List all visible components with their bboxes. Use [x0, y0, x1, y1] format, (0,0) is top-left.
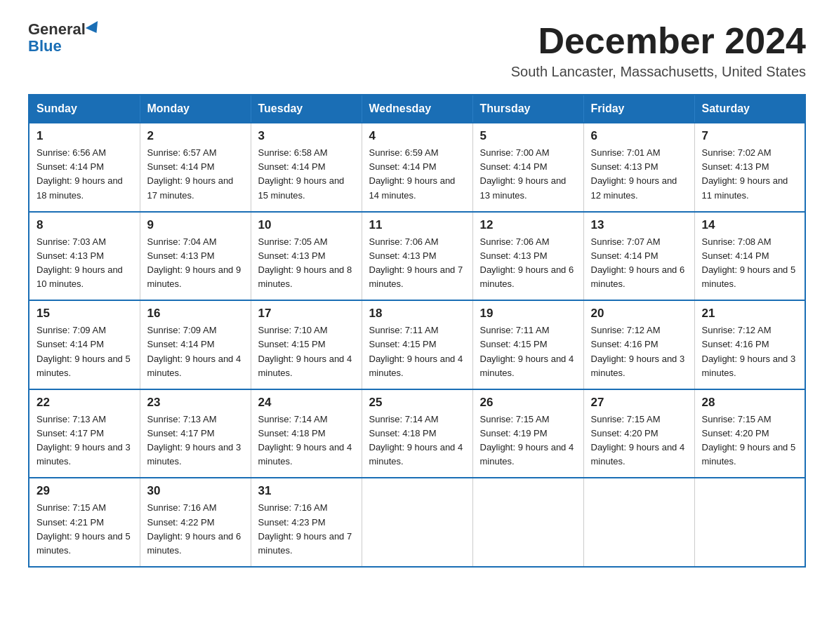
calendar-day: 18Sunrise: 7:11 AMSunset: 4:15 PMDayligh…: [362, 300, 472, 389]
calendar-day: 9Sunrise: 7:04 AMSunset: 4:13 PMDaylight…: [140, 212, 251, 301]
calendar-day: [694, 478, 805, 567]
day-info: Sunrise: 7:12 AMSunset: 4:16 PMDaylight:…: [591, 325, 685, 377]
calendar-day: 19Sunrise: 7:11 AMSunset: 4:15 PMDayligh…: [472, 300, 583, 389]
calendar-day: 3Sunrise: 6:58 AMSunset: 4:14 PMDaylight…: [251, 123, 362, 212]
day-number: 1: [37, 129, 133, 143]
calendar-day: 24Sunrise: 7:14 AMSunset: 4:18 PMDayligh…: [251, 389, 362, 478]
calendar-day: [362, 478, 472, 567]
logo: General Blue: [28, 21, 101, 55]
calendar-day: 15Sunrise: 7:09 AMSunset: 4:14 PMDayligh…: [29, 300, 140, 389]
calendar-day: 4Sunrise: 6:59 AMSunset: 4:14 PMDaylight…: [362, 123, 472, 212]
day-info: Sunrise: 7:02 AMSunset: 4:13 PMDaylight:…: [702, 147, 788, 200]
day-number: 25: [369, 396, 465, 410]
day-info: Sunrise: 7:09 AMSunset: 4:14 PMDaylight:…: [147, 325, 241, 377]
day-number: 13: [591, 218, 687, 232]
calendar-week-5: 29Sunrise: 7:15 AMSunset: 4:21 PMDayligh…: [29, 478, 805, 567]
day-number: 22: [37, 396, 133, 410]
day-number: 8: [37, 218, 133, 232]
calendar-week-2: 8Sunrise: 7:03 AMSunset: 4:13 PMDaylight…: [29, 212, 805, 301]
day-number: 4: [369, 129, 465, 143]
logo-general-text: General: [28, 20, 86, 38]
calendar-day: 26Sunrise: 7:15 AMSunset: 4:19 PMDayligh…: [472, 389, 583, 478]
calendar-day: 21Sunrise: 7:12 AMSunset: 4:16 PMDayligh…: [694, 300, 805, 389]
header-cell-friday: Friday: [583, 95, 694, 123]
day-info: Sunrise: 7:15 AMSunset: 4:20 PMDaylight:…: [591, 414, 685, 467]
day-number: 27: [591, 396, 687, 410]
page-header: General Blue December 2024 South Lancast…: [28, 21, 806, 80]
calendar-day: 5Sunrise: 7:00 AMSunset: 4:14 PMDaylight…: [472, 123, 583, 212]
day-info: Sunrise: 7:15 AMSunset: 4:21 PMDaylight:…: [37, 502, 131, 555]
day-number: 30: [147, 484, 244, 498]
day-number: 18: [369, 307, 465, 321]
header-cell-thursday: Thursday: [472, 95, 583, 123]
day-info: Sunrise: 7:16 AMSunset: 4:23 PMDaylight:…: [258, 502, 352, 555]
day-number: 14: [702, 218, 798, 232]
calendar-day: 12Sunrise: 7:06 AMSunset: 4:13 PMDayligh…: [472, 212, 583, 301]
day-info: Sunrise: 7:00 AMSunset: 4:14 PMDaylight:…: [480, 147, 567, 200]
calendar-week-3: 15Sunrise: 7:09 AMSunset: 4:14 PMDayligh…: [29, 300, 805, 389]
day-info: Sunrise: 7:14 AMSunset: 4:18 PMDaylight:…: [258, 414, 352, 467]
day-number: 31: [258, 484, 355, 498]
calendar-header: SundayMondayTuesdayWednesdayThursdayFrid…: [29, 95, 805, 123]
header-cell-wednesday: Wednesday: [362, 95, 472, 123]
day-info: Sunrise: 7:13 AMSunset: 4:17 PMDaylight:…: [147, 414, 241, 467]
title-block: December 2024 South Lancaster, Massachus…: [511, 21, 806, 80]
day-info: Sunrise: 7:13 AMSunset: 4:17 PMDaylight:…: [37, 414, 131, 467]
calendar-day: 31Sunrise: 7:16 AMSunset: 4:23 PMDayligh…: [251, 478, 362, 567]
day-number: 26: [480, 396, 576, 410]
day-info: Sunrise: 7:07 AMSunset: 4:14 PMDaylight:…: [591, 236, 685, 289]
day-info: Sunrise: 6:59 AMSunset: 4:14 PMDaylight:…: [369, 147, 456, 200]
day-number: 6: [591, 129, 687, 143]
calendar-day: 22Sunrise: 7:13 AMSunset: 4:17 PMDayligh…: [29, 389, 140, 478]
day-number: 11: [369, 218, 465, 232]
calendar-body: 1Sunrise: 6:56 AMSunset: 4:14 PMDaylight…: [29, 123, 805, 567]
calendar-day: 8Sunrise: 7:03 AMSunset: 4:13 PMDaylight…: [29, 212, 140, 301]
header-cell-monday: Monday: [140, 95, 251, 123]
day-number: 12: [480, 218, 576, 232]
day-number: 29: [37, 484, 133, 498]
day-info: Sunrise: 7:14 AMSunset: 4:18 PMDaylight:…: [369, 414, 463, 467]
calendar-week-1: 1Sunrise: 6:56 AMSunset: 4:14 PMDaylight…: [29, 123, 805, 212]
logo-triangle-icon: [86, 21, 102, 36]
location-text: South Lancaster, Massachusetts, United S…: [511, 64, 806, 80]
header-cell-tuesday: Tuesday: [251, 95, 362, 123]
calendar-day: 10Sunrise: 7:05 AMSunset: 4:13 PMDayligh…: [251, 212, 362, 301]
calendar-day: 11Sunrise: 7:06 AMSunset: 4:13 PMDayligh…: [362, 212, 472, 301]
calendar-day: 28Sunrise: 7:15 AMSunset: 4:20 PMDayligh…: [694, 389, 805, 478]
calendar-table: SundayMondayTuesdayWednesdayThursdayFrid…: [28, 94, 806, 568]
day-number: 3: [258, 129, 355, 143]
day-number: 7: [702, 129, 798, 143]
day-number: 2: [147, 129, 244, 143]
calendar-day: 29Sunrise: 7:15 AMSunset: 4:21 PMDayligh…: [29, 478, 140, 567]
day-info: Sunrise: 7:01 AMSunset: 4:13 PMDaylight:…: [591, 147, 677, 200]
calendar-day: 25Sunrise: 7:14 AMSunset: 4:18 PMDayligh…: [362, 389, 472, 478]
day-info: Sunrise: 7:08 AMSunset: 4:14 PMDaylight:…: [702, 236, 796, 289]
calendar-day: 1Sunrise: 6:56 AMSunset: 4:14 PMDaylight…: [29, 123, 140, 212]
day-info: Sunrise: 6:57 AMSunset: 4:14 PMDaylight:…: [147, 147, 234, 200]
calendar-day: 14Sunrise: 7:08 AMSunset: 4:14 PMDayligh…: [694, 212, 805, 301]
logo-blue-text: Blue: [28, 38, 101, 55]
day-info: Sunrise: 7:12 AMSunset: 4:16 PMDaylight:…: [702, 325, 796, 377]
day-info: Sunrise: 7:10 AMSunset: 4:15 PMDaylight:…: [258, 325, 352, 377]
day-number: 20: [591, 307, 687, 321]
calendar-week-4: 22Sunrise: 7:13 AMSunset: 4:17 PMDayligh…: [29, 389, 805, 478]
day-info: Sunrise: 7:03 AMSunset: 4:13 PMDaylight:…: [37, 236, 123, 289]
day-number: 17: [258, 307, 355, 321]
day-number: 28: [702, 396, 798, 410]
header-cell-saturday: Saturday: [694, 95, 805, 123]
day-info: Sunrise: 7:16 AMSunset: 4:22 PMDaylight:…: [147, 502, 241, 555]
calendar-day: 16Sunrise: 7:09 AMSunset: 4:14 PMDayligh…: [140, 300, 251, 389]
calendar-day: 30Sunrise: 7:16 AMSunset: 4:22 PMDayligh…: [140, 478, 251, 567]
calendar-day: [472, 478, 583, 567]
calendar-day: 17Sunrise: 7:10 AMSunset: 4:15 PMDayligh…: [251, 300, 362, 389]
day-info: Sunrise: 7:11 AMSunset: 4:15 PMDaylight:…: [369, 325, 463, 377]
day-number: 9: [147, 218, 244, 232]
day-number: 19: [480, 307, 576, 321]
day-info: Sunrise: 7:11 AMSunset: 4:15 PMDaylight:…: [480, 325, 574, 377]
day-info: Sunrise: 6:56 AMSunset: 4:14 PMDaylight:…: [37, 147, 123, 200]
calendar-day: 6Sunrise: 7:01 AMSunset: 4:13 PMDaylight…: [583, 123, 694, 212]
day-info: Sunrise: 7:15 AMSunset: 4:19 PMDaylight:…: [480, 414, 574, 467]
day-number: 10: [258, 218, 355, 232]
day-number: 23: [147, 396, 244, 410]
day-info: Sunrise: 7:04 AMSunset: 4:13 PMDaylight:…: [147, 236, 241, 289]
